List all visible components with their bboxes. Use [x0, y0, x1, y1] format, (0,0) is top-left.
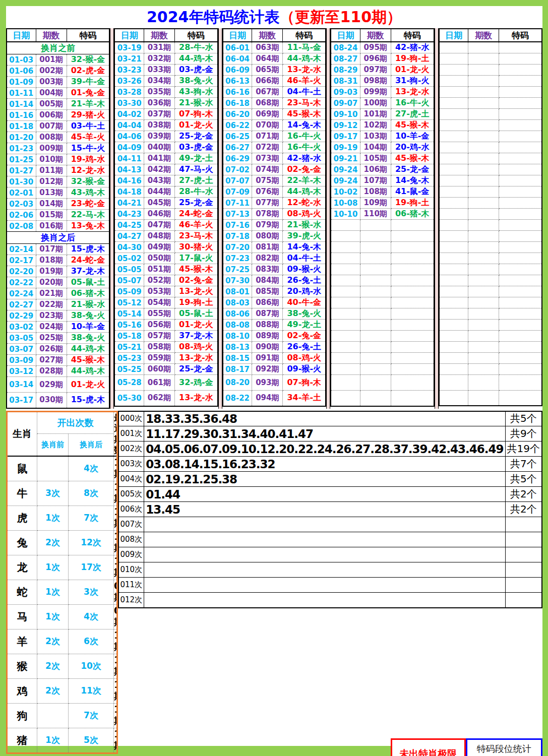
period-header: 期数 [252, 29, 283, 42]
period-cell [468, 175, 499, 186]
section-row: 换肖之后 [7, 232, 109, 244]
before-count-cell: 2次 [37, 629, 69, 654]
code-cell: 15-虎-木 [67, 244, 109, 255]
code-cell [391, 342, 434, 353]
period-cell: 028期 [36, 366, 67, 377]
period-cell: 039期 [144, 131, 174, 142]
code-cell [391, 353, 434, 364]
result-row: 03-26034期38-兔-火 [114, 76, 217, 87]
after-change-header: 换肖后 [69, 433, 114, 456]
date-cell: 03-30 [114, 98, 144, 109]
code-cell [499, 119, 542, 131]
period-cell: 080期 [252, 231, 283, 242]
code-cell: 37-龙-木 [174, 331, 217, 342]
section-row: 换肖之前 [7, 42, 109, 54]
results-group-table: 日期期数特码 [439, 28, 542, 406]
total-count-cell: 共7个 [505, 457, 542, 472]
date-cell: 02-22 [7, 277, 36, 288]
code-cell: 15-牛-火 [67, 143, 109, 154]
code-cell: 05-鼠-土 [67, 277, 109, 288]
after-count-cell: 5次 [69, 728, 114, 753]
code-cell [391, 242, 434, 253]
code-cell: 45-猴-木 [67, 355, 109, 366]
total-count-cell: 共5个 [505, 472, 542, 487]
empty-row [439, 142, 542, 153]
result-row: 06-18068期23-马-木 [223, 98, 326, 109]
result-row: 03-21032期44-鸡-木 [114, 53, 217, 65]
recent-period-cell: 077期 [114, 580, 117, 604]
period-cell: 078期 [252, 209, 283, 220]
date-cell: 06-22 [223, 120, 252, 131]
empty-row [439, 286, 542, 297]
period-cell: 097期 [360, 65, 391, 76]
period-cell: 013期 [36, 187, 67, 199]
date-cell [331, 286, 360, 297]
date-cell: 02-27 [7, 299, 36, 310]
count-label-cell: 012次 [118, 593, 144, 608]
results-group-table: 日期期数特码08-24095期42-猪-水08-27096期19-狗-土08-2… [330, 28, 434, 407]
result-row: 09-21105期45-猴-木 [331, 153, 434, 164]
code-cell: 13-龙-火 [174, 286, 217, 297]
zodiac-name-cell: 羊 [7, 629, 37, 654]
recent-period-header: 最近期数 [114, 411, 117, 456]
total-count-cell [505, 578, 542, 593]
date-cell: 01-23 [7, 143, 36, 154]
period-cell [468, 363, 499, 374]
date-cell: 10-02 [331, 186, 360, 198]
period-cell: 065期 [252, 65, 283, 76]
date-cell [439, 253, 468, 264]
period-cell: 054期 [144, 297, 174, 308]
code-cell: 39-牛-金 [67, 77, 109, 88]
result-row: 08-29097期01-龙-火 [331, 65, 434, 76]
code-cell [499, 352, 542, 363]
result-row: 07-18080期39-虎-火 [223, 231, 326, 242]
date-cell [439, 241, 468, 253]
period-cell [360, 375, 391, 391]
code-cell: 14-兔-木 [283, 120, 326, 131]
code-cell: 10-羊-金 [391, 131, 434, 142]
period-cell: 011期 [36, 165, 67, 176]
code-cell: 04-牛-土 [283, 253, 326, 264]
result-row: 08-31098期31-狗-火 [331, 76, 434, 87]
date-cell: 07-13 [223, 209, 252, 220]
date-header: 日期 [114, 29, 144, 42]
numbers-list-cell [144, 547, 505, 562]
recent-period-cell: 100期 [114, 481, 117, 506]
code-cell: 24-蛇-金 [174, 209, 217, 220]
recent-period-cell: 101期 [114, 506, 117, 530]
empty-row [439, 308, 542, 319]
result-row: 05-16056期01-龙-火 [114, 320, 217, 331]
result-row: 05-12054期19-狗-土 [114, 297, 217, 308]
code-cell: 32-鸡-金 [174, 375, 217, 391]
empty-row [439, 86, 542, 97]
code-cell [499, 86, 542, 97]
code-cell [391, 308, 434, 320]
period-cell: 064期 [252, 53, 283, 65]
result-row: 07-16079期21-猴-水 [223, 220, 326, 231]
date-cell: 04-18 [114, 186, 144, 198]
result-row: 05-07052期02-兔-金 [114, 275, 217, 286]
date-cell: 05-07 [114, 275, 144, 286]
date-cell: 02-29 [7, 310, 36, 322]
result-row: 01-11004期01-兔-金 [7, 88, 109, 99]
result-row: 07-09076期44-鸡-木 [223, 186, 326, 198]
result-row: 07-11077期12-蛇-水 [223, 198, 326, 209]
period-cell: 109期 [360, 198, 391, 209]
before-count-cell: 1次 [37, 506, 69, 530]
empty-row [439, 352, 542, 363]
result-row: 08-24095期42-猪-水 [331, 42, 434, 53]
result-row: 09-10101期27-虎-土 [331, 109, 434, 120]
period-cell: 001期 [36, 54, 67, 66]
code-cell: 25-龙-金 [174, 131, 217, 142]
date-cell: 08-24 [331, 42, 360, 53]
date-cell [439, 42, 468, 53]
period-cell: 009期 [36, 143, 67, 154]
code-cell [499, 308, 542, 319]
date-cell: 04-02 [114, 109, 144, 120]
empty-row [439, 53, 542, 64]
zodiac-stats-row: 牛3次8次100期 [7, 481, 117, 506]
code-cell: 08-鸡-火 [283, 209, 326, 220]
after-count-cell: 17次 [69, 555, 114, 580]
date-cell: 10-08 [331, 198, 360, 209]
date-cell: 06-01 [223, 42, 252, 53]
